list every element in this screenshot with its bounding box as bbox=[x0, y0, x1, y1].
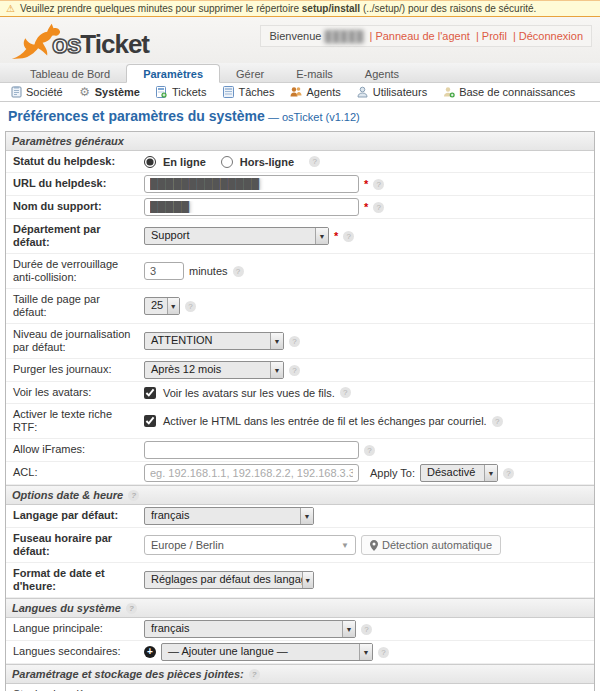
chevron-down-icon: ▼ bbox=[359, 644, 372, 660]
main-tabs: Tableau de Bord Paramètres Gérer E-mails… bbox=[0, 63, 600, 83]
help-icon[interactable]: ? bbox=[309, 156, 320, 167]
help-icon[interactable]: ? bbox=[361, 624, 372, 635]
row-log-level: Niveau de journalisation par défaut: ATT… bbox=[6, 324, 594, 359]
row-page-size: Taille de page par défaut: 25▼ ? bbox=[6, 289, 594, 324]
help-icon[interactable]: ? bbox=[128, 490, 139, 501]
welcome-label: Bienvenue bbox=[269, 30, 321, 42]
row-default-department: Département par défaut: Support▼ * ? bbox=[6, 219, 594, 254]
subnav-company[interactable]: Société bbox=[10, 86, 63, 98]
section-attachments: Paramétrage et stockage des pièces joint… bbox=[6, 664, 594, 684]
map-pin-icon bbox=[370, 540, 378, 551]
security-warning-banner: ⚠ Veuillez prendre quelques minutes pour… bbox=[0, 0, 600, 17]
chevron-down-icon: ▼ bbox=[270, 333, 283, 349]
lock-time-input[interactable] bbox=[144, 262, 184, 280]
status-offline-radio[interactable] bbox=[221, 156, 233, 168]
timezone-select[interactable]: Europe / Berlin▼ bbox=[144, 535, 356, 555]
help-icon[interactable]: ? bbox=[378, 647, 389, 658]
subnav-tasks[interactable]: Tâches bbox=[222, 86, 274, 98]
section-languages: Langues du système? bbox=[6, 598, 594, 618]
help-icon[interactable]: ? bbox=[233, 266, 244, 277]
warning-icon: ⚠ bbox=[6, 3, 15, 14]
row-rich-text: Activer le texte riche RTF: Activer le H… bbox=[6, 404, 594, 439]
add-language-icon[interactable]: + bbox=[144, 646, 156, 658]
profile-link[interactable]: Profil bbox=[482, 30, 507, 42]
header: osTicket Bienvenue █████ |Panneau de l'a… bbox=[0, 17, 600, 63]
row-attachment-storage: Stocker les pièces jointes: In the datab… bbox=[6, 684, 594, 691]
row-date-format: Format de date et d'heure: Réglages par … bbox=[6, 563, 594, 598]
subnav-knowledgebase[interactable]: Base de connaissances bbox=[443, 86, 575, 98]
default-language-select[interactable]: français▼ bbox=[144, 507, 314, 525]
page-size-select[interactable]: 25▼ bbox=[144, 297, 180, 315]
tab-dashboard[interactable]: Tableau de Bord bbox=[14, 65, 126, 82]
rich-text-text: Activer le HTML dans les entrée de fil e… bbox=[163, 415, 487, 427]
logout-link[interactable]: Déconnexion bbox=[519, 30, 583, 42]
subnav-agents[interactable]: Agents bbox=[290, 86, 340, 98]
chevron-down-icon: ▼ bbox=[341, 541, 349, 550]
help-icon[interactable]: ? bbox=[185, 301, 196, 312]
help-icon[interactable]: ? bbox=[373, 202, 384, 213]
help-icon[interactable]: ? bbox=[373, 179, 384, 190]
chevron-down-icon: ▼ bbox=[302, 572, 313, 588]
row-secondary-languages: Langues secondaires: + — Ajouter une lan… bbox=[6, 641, 594, 664]
chevron-down-icon: ▼ bbox=[270, 362, 283, 378]
subnav-tickets[interactable]: Tickets bbox=[156, 86, 206, 98]
tab-settings[interactable]: Paramètres bbox=[126, 64, 220, 83]
help-icon[interactable]: ? bbox=[503, 468, 514, 479]
acl-apply-select[interactable]: Désactivé▼ bbox=[420, 464, 498, 482]
row-show-avatars: Voir les avatars: Voir les avatars sur l… bbox=[6, 382, 594, 404]
knowledgebase-icon bbox=[443, 86, 455, 98]
allow-iframes-input[interactable] bbox=[144, 441, 359, 459]
osticket-logo: osTicket bbox=[8, 21, 188, 63]
help-icon[interactable]: ? bbox=[126, 603, 137, 614]
chevron-down-icon: ▼ bbox=[300, 508, 313, 524]
osticket-logo-text: osTicket bbox=[52, 31, 149, 57]
help-icon[interactable]: ? bbox=[492, 416, 503, 427]
row-primary-language: Langue principale: français▼ ? bbox=[6, 618, 594, 641]
help-icon[interactable]: ? bbox=[364, 445, 375, 456]
show-avatars-checkbox[interactable] bbox=[144, 387, 156, 399]
secondary-language-select[interactable]: — Ajouter une langue —▼ bbox=[161, 643, 373, 661]
subnav-users[interactable]: Utilisateurs bbox=[357, 86, 427, 98]
minutes-label: minutes bbox=[189, 265, 228, 277]
row-purge-logs: Purger les journaux: Après 12 mois▼ ? bbox=[6, 359, 594, 382]
default-department-select[interactable]: Support▼ bbox=[144, 227, 329, 245]
tasks-icon bbox=[222, 86, 234, 98]
required-asterisk: * bbox=[364, 201, 368, 213]
page-title: Préférences et paramètres du système — o… bbox=[0, 102, 600, 131]
help-icon[interactable]: ? bbox=[289, 365, 300, 376]
helpdesk-name-input[interactable] bbox=[144, 198, 359, 216]
acl-input[interactable] bbox=[144, 464, 359, 482]
subnav-system[interactable]: ⚙ Système bbox=[79, 86, 140, 98]
agent-panel-link[interactable]: Panneau de l'agent bbox=[375, 30, 469, 42]
helpdesk-url-input[interactable] bbox=[144, 175, 359, 193]
auto-detect-timezone-button[interactable]: Détection automatique bbox=[361, 535, 501, 555]
tab-emails[interactable]: E-mails bbox=[280, 65, 349, 82]
help-icon[interactable]: ? bbox=[289, 336, 300, 347]
ticket-icon bbox=[156, 86, 168, 98]
help-icon[interactable]: ? bbox=[249, 669, 260, 680]
row-helpdesk-name: Nom du support: * ? bbox=[6, 196, 594, 219]
section-general: Paramètres généraux bbox=[6, 132, 594, 151]
status-online-radio[interactable] bbox=[144, 156, 156, 168]
help-icon[interactable]: ? bbox=[340, 387, 351, 398]
date-format-select[interactable]: Réglages par défaut des langages▼ bbox=[144, 571, 314, 589]
section-datetime: Options date & heure? bbox=[6, 485, 594, 505]
system-settings-form: Paramètres généraux Statut du helpdesk: … bbox=[5, 131, 595, 691]
rich-text-checkbox[interactable] bbox=[144, 415, 156, 427]
log-level-select[interactable]: ATTENTION▼ bbox=[144, 332, 284, 350]
chevron-down-icon: ▼ bbox=[167, 298, 179, 314]
primary-language-select[interactable]: français▼ bbox=[144, 620, 356, 638]
chevron-down-icon: ▼ bbox=[484, 465, 497, 481]
tab-agents[interactable]: Agents bbox=[349, 65, 415, 82]
row-acl: ACL: Apply To: Désactivé▼ ? bbox=[6, 462, 594, 485]
purge-logs-select[interactable]: Après 12 mois▼ bbox=[144, 361, 284, 379]
gear-icon: ⚙ bbox=[79, 86, 91, 98]
users-icon bbox=[357, 86, 369, 98]
banner-text: Veuillez prendre quelques minutes pour s… bbox=[20, 3, 536, 14]
welcome-box: Bienvenue █████ |Panneau de l'agent |Pro… bbox=[260, 25, 592, 47]
help-icon[interactable]: ? bbox=[343, 231, 354, 242]
row-collision-lock: Durée de verrouillage anti-collision: mi… bbox=[6, 254, 594, 289]
tab-manage[interactable]: Gérer bbox=[220, 65, 280, 82]
row-helpdesk-status: Statut du helpdesk: En ligne Hors-ligne … bbox=[6, 151, 594, 173]
row-helpdesk-url: URL du helpdesk: * ? bbox=[6, 173, 594, 196]
